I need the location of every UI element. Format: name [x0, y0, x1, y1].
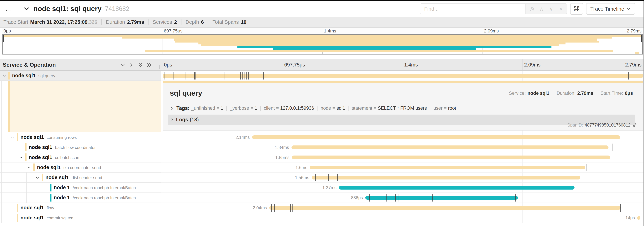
- log-marker: [586, 164, 586, 171]
- tree-row--cockroach-roachpb-internal-batch[interactable]: node 1/cockroach.roachpb.Internal/Batch: [0, 183, 161, 193]
- find-next-icon[interactable]: ∨: [546, 6, 556, 12]
- column-resize-grip[interactable]: [158, 65, 160, 69]
- log-marker: [392, 194, 392, 201]
- minimap-left-handle[interactable]: [3, 35, 4, 42]
- span-bar[interactable]: [163, 74, 642, 78]
- trace-collapse-chevron[interactable]: [23, 5, 30, 13]
- meta-label: Service:: [509, 91, 526, 96]
- span-bar[interactable]: [252, 135, 620, 139]
- span-color-strip: [25, 143, 26, 151]
- back-button[interactable]: ←: [0, 1, 17, 17]
- span-bar-cell[interactable]: 14μs: [161, 213, 644, 223]
- find-prev-icon[interactable]: ∧: [536, 6, 546, 12]
- expand-all-icon[interactable]: [146, 62, 152, 68]
- span-row[interactable]: node sql1txn coordinator send1.6ms: [0, 162, 644, 172]
- tag-separator: [260, 106, 261, 111]
- tree-row-flow[interactable]: node sql1flow: [0, 203, 161, 213]
- keyboard-shortcuts-button[interactable]: ⌘: [570, 3, 583, 15]
- tree-chevron-icon[interactable]: [2, 73, 6, 79]
- span-row[interactable]: node sql1flow2.04ms: [0, 203, 644, 213]
- tree-row-commit-sql-txn[interactable]: node sql1commit sql txn: [0, 213, 161, 223]
- tree-row-dist-sender-send[interactable]: node sql1dist sender send: [0, 172, 161, 183]
- span-bar-cell[interactable]: 1.6ms: [161, 162, 644, 172]
- span-row[interactable]: node sql1dist sender send1.56ms: [0, 172, 644, 183]
- tree-chevron-icon[interactable]: [27, 165, 32, 171]
- span-bar-cell[interactable]: 2.14ms: [161, 132, 644, 142]
- tree-row-txn-coordinator-send[interactable]: node sql1txn coordinator send: [0, 162, 161, 172]
- indent-guide: [10, 162, 10, 172]
- tree-row-batch-flow-coordinator[interactable]: node sql1batch flow coordinator: [0, 142, 161, 152]
- minimap-right-handle[interactable]: [641, 35, 642, 42]
- collapse-all-icon[interactable]: [137, 62, 144, 68]
- expand-one-icon[interactable]: [128, 62, 134, 68]
- logs-toggle[interactable]: Logs (18): [168, 115, 635, 125]
- span-bar[interactable]: [365, 196, 518, 200]
- span-bar[interactable]: [312, 176, 580, 179]
- locate-icon[interactable]: ◎: [527, 6, 536, 12]
- service-operation-title: Service & Operation: [3, 62, 56, 68]
- span-bar[interactable]: [292, 145, 609, 149]
- span-bar[interactable]: [269, 206, 620, 210]
- tree-header-icons: [120, 62, 152, 68]
- indent-guide: [2, 162, 2, 172]
- span-bar-lane: 2.04ms: [163, 203, 642, 213]
- span-bar[interactable]: [292, 155, 610, 159]
- tags-row[interactable]: Tags: _unfinished=1_verbose=1client=127.…: [163, 102, 642, 111]
- span-bar-cell[interactable]: 1.56ms: [161, 172, 644, 183]
- summary-label: Trace Start: [4, 19, 28, 25]
- span-bar-cell[interactable]: 1.37ms: [161, 183, 644, 193]
- span-bar[interactable]: [638, 216, 640, 220]
- summary-value: 2.79ms: [127, 19, 144, 25]
- span-bar-cell[interactable]: 2.04ms: [161, 203, 644, 213]
- span-bar[interactable]: [339, 186, 574, 189]
- span-row[interactable]: node sql1sql query: [0, 71, 644, 81]
- tree-chevron-icon[interactable]: [35, 175, 40, 181]
- tag-key: statement: [352, 106, 372, 111]
- span-duration-label: 2.04ms: [253, 205, 267, 210]
- span-row[interactable]: node sql1commit sql txn14μs: [0, 213, 644, 223]
- tag-value: 1: [220, 106, 223, 111]
- span-row[interactable]: node sql1batch flow coordinator1.84ms: [0, 142, 644, 152]
- chevron-down-icon: [626, 7, 631, 11]
- span-color-strip: [33, 163, 35, 171]
- tree-row-colbatchscan[interactable]: node sql1colbatchscan: [0, 152, 161, 162]
- tree-row-consuming-rows[interactable]: node sql1consuming rows: [0, 132, 161, 142]
- log-marker: [398, 194, 398, 201]
- span-bar[interactable]: [310, 166, 585, 169]
- service-name: node sql1consuming rows: [20, 134, 77, 140]
- tree-row-sql-query[interactable]: node sql1sql query: [0, 71, 161, 81]
- selected-span-bar[interactable]: [163, 81, 642, 83]
- span-row[interactable]: node sql1consuming rows2.14ms: [0, 132, 644, 142]
- span-bar-cell[interactable]: [161, 71, 644, 81]
- summary-value: March 31 2022, 17:25:09: [30, 19, 88, 25]
- span-color-strip: [8, 72, 10, 80]
- log-marker: [185, 72, 186, 80]
- find-input[interactable]: Find...: [420, 4, 526, 14]
- indent-guide: [2, 183, 2, 192]
- clear-find-icon[interactable]: ×: [556, 6, 566, 12]
- log-marker: [164, 72, 164, 80]
- span-bar-cell[interactable]: 886μs: [161, 193, 644, 203]
- link-icon[interactable]: [632, 122, 638, 128]
- tag-value: root: [448, 106, 456, 111]
- tag-equals: =: [332, 106, 335, 111]
- log-marker: [512, 194, 512, 201]
- summary-separator: [181, 20, 182, 25]
- span-bar-cell[interactable]: 1.84ms: [161, 142, 644, 152]
- indent-guide: [10, 142, 10, 152]
- tree-chevron-icon[interactable]: [10, 135, 15, 141]
- tree-chevron-icon[interactable]: [18, 155, 23, 161]
- span-duration-label: 1.56ms: [295, 175, 309, 180]
- span-row[interactable]: node 1/cockroach.roachpb.Internal/Batch1…: [0, 183, 644, 193]
- collapse-one-icon[interactable]: [120, 62, 126, 68]
- tree-row--cockroach-roachpb-internal-batch[interactable]: node 1/cockroach.roachpb.Internal/Batch: [0, 193, 161, 203]
- view-selector-button[interactable]: Trace Timeline: [586, 3, 635, 15]
- operation-name: /cockroach.roachpb.Internal/Batch: [72, 195, 136, 200]
- log-marker: [192, 72, 192, 80]
- log-marker: [620, 204, 620, 211]
- minimap-canvas[interactable]: [2, 34, 642, 55]
- span-color-strip: [17, 214, 18, 222]
- span-bar-cell[interactable]: 1.85ms: [161, 152, 644, 162]
- span-row[interactable]: node 1/cockroach.roachpb.Internal/Batch8…: [0, 193, 644, 203]
- span-row[interactable]: node sql1colbatchscan1.85ms: [0, 152, 644, 162]
